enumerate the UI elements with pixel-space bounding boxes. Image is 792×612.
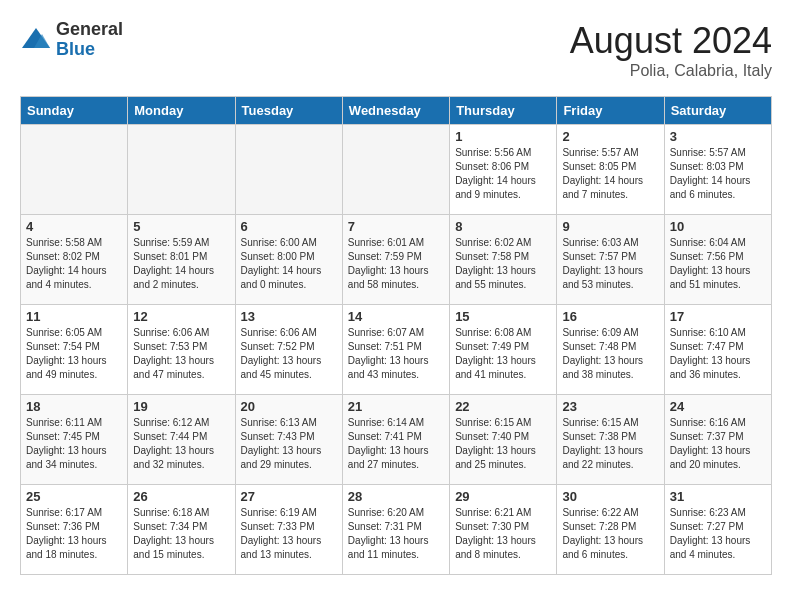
day-number: 21 (348, 399, 444, 414)
calendar-cell: 17Sunrise: 6:10 AM Sunset: 7:47 PM Dayli… (664, 305, 771, 395)
day-info: Sunrise: 6:12 AM Sunset: 7:44 PM Dayligh… (133, 416, 229, 472)
day-number: 14 (348, 309, 444, 324)
day-number: 15 (455, 309, 551, 324)
day-number: 12 (133, 309, 229, 324)
calendar-cell: 15Sunrise: 6:08 AM Sunset: 7:49 PM Dayli… (450, 305, 557, 395)
day-info: Sunrise: 6:20 AM Sunset: 7:31 PM Dayligh… (348, 506, 444, 562)
month-year: August 2024 (570, 20, 772, 62)
calendar-cell: 7Sunrise: 6:01 AM Sunset: 7:59 PM Daylig… (342, 215, 449, 305)
calendar-week-row: 18Sunrise: 6:11 AM Sunset: 7:45 PM Dayli… (21, 395, 772, 485)
calendar-cell: 24Sunrise: 6:16 AM Sunset: 7:37 PM Dayli… (664, 395, 771, 485)
day-info: Sunrise: 6:02 AM Sunset: 7:58 PM Dayligh… (455, 236, 551, 292)
calendar-cell: 23Sunrise: 6:15 AM Sunset: 7:38 PM Dayli… (557, 395, 664, 485)
calendar-week-row: 11Sunrise: 6:05 AM Sunset: 7:54 PM Dayli… (21, 305, 772, 395)
calendar-cell: 31Sunrise: 6:23 AM Sunset: 7:27 PM Dayli… (664, 485, 771, 575)
calendar-cell: 30Sunrise: 6:22 AM Sunset: 7:28 PM Dayli… (557, 485, 664, 575)
day-of-week-header: Monday (128, 97, 235, 125)
page-header: General Blue August 2024 Polia, Calabria… (20, 20, 772, 80)
day-number: 19 (133, 399, 229, 414)
calendar-cell: 5Sunrise: 5:59 AM Sunset: 8:01 PM Daylig… (128, 215, 235, 305)
calendar-cell: 19Sunrise: 6:12 AM Sunset: 7:44 PM Dayli… (128, 395, 235, 485)
calendar-cell: 20Sunrise: 6:13 AM Sunset: 7:43 PM Dayli… (235, 395, 342, 485)
day-info: Sunrise: 6:07 AM Sunset: 7:51 PM Dayligh… (348, 326, 444, 382)
title-block: August 2024 Polia, Calabria, Italy (570, 20, 772, 80)
calendar-week-row: 4Sunrise: 5:58 AM Sunset: 8:02 PM Daylig… (21, 215, 772, 305)
day-info: Sunrise: 6:19 AM Sunset: 7:33 PM Dayligh… (241, 506, 337, 562)
calendar-cell (128, 125, 235, 215)
day-of-week-header: Sunday (21, 97, 128, 125)
calendar-header-row: SundayMondayTuesdayWednesdayThursdayFrid… (21, 97, 772, 125)
day-info: Sunrise: 5:59 AM Sunset: 8:01 PM Dayligh… (133, 236, 229, 292)
calendar-cell: 18Sunrise: 6:11 AM Sunset: 7:45 PM Dayli… (21, 395, 128, 485)
calendar-cell: 27Sunrise: 6:19 AM Sunset: 7:33 PM Dayli… (235, 485, 342, 575)
day-info: Sunrise: 6:04 AM Sunset: 7:56 PM Dayligh… (670, 236, 766, 292)
day-number: 10 (670, 219, 766, 234)
day-number: 8 (455, 219, 551, 234)
day-number: 26 (133, 489, 229, 504)
calendar-cell: 16Sunrise: 6:09 AM Sunset: 7:48 PM Dayli… (557, 305, 664, 395)
day-info: Sunrise: 6:22 AM Sunset: 7:28 PM Dayligh… (562, 506, 658, 562)
calendar-cell (21, 125, 128, 215)
day-of-week-header: Friday (557, 97, 664, 125)
day-number: 1 (455, 129, 551, 144)
day-number: 18 (26, 399, 122, 414)
calendar-week-row: 25Sunrise: 6:17 AM Sunset: 7:36 PM Dayli… (21, 485, 772, 575)
day-number: 27 (241, 489, 337, 504)
calendar-cell: 29Sunrise: 6:21 AM Sunset: 7:30 PM Dayli… (450, 485, 557, 575)
day-info: Sunrise: 6:05 AM Sunset: 7:54 PM Dayligh… (26, 326, 122, 382)
day-number: 31 (670, 489, 766, 504)
day-info: Sunrise: 6:13 AM Sunset: 7:43 PM Dayligh… (241, 416, 337, 472)
day-info: Sunrise: 6:09 AM Sunset: 7:48 PM Dayligh… (562, 326, 658, 382)
calendar-cell: 2Sunrise: 5:57 AM Sunset: 8:05 PM Daylig… (557, 125, 664, 215)
day-info: Sunrise: 6:00 AM Sunset: 8:00 PM Dayligh… (241, 236, 337, 292)
day-number: 29 (455, 489, 551, 504)
day-info: Sunrise: 5:57 AM Sunset: 8:03 PM Dayligh… (670, 146, 766, 202)
day-info: Sunrise: 6:14 AM Sunset: 7:41 PM Dayligh… (348, 416, 444, 472)
day-info: Sunrise: 6:15 AM Sunset: 7:38 PM Dayligh… (562, 416, 658, 472)
day-of-week-header: Thursday (450, 97, 557, 125)
calendar-cell: 21Sunrise: 6:14 AM Sunset: 7:41 PM Dayli… (342, 395, 449, 485)
calendar-cell: 6Sunrise: 6:00 AM Sunset: 8:00 PM Daylig… (235, 215, 342, 305)
day-number: 28 (348, 489, 444, 504)
calendar-cell: 9Sunrise: 6:03 AM Sunset: 7:57 PM Daylig… (557, 215, 664, 305)
day-info: Sunrise: 6:08 AM Sunset: 7:49 PM Dayligh… (455, 326, 551, 382)
day-of-week-header: Wednesday (342, 97, 449, 125)
day-number: 5 (133, 219, 229, 234)
calendar-cell: 8Sunrise: 6:02 AM Sunset: 7:58 PM Daylig… (450, 215, 557, 305)
logo-text: General Blue (56, 20, 123, 60)
day-info: Sunrise: 6:11 AM Sunset: 7:45 PM Dayligh… (26, 416, 122, 472)
day-info: Sunrise: 6:15 AM Sunset: 7:40 PM Dayligh… (455, 416, 551, 472)
day-number: 30 (562, 489, 658, 504)
day-info: Sunrise: 6:03 AM Sunset: 7:57 PM Dayligh… (562, 236, 658, 292)
location: Polia, Calabria, Italy (570, 62, 772, 80)
calendar-cell: 10Sunrise: 6:04 AM Sunset: 7:56 PM Dayli… (664, 215, 771, 305)
day-info: Sunrise: 5:56 AM Sunset: 8:06 PM Dayligh… (455, 146, 551, 202)
calendar-table: SundayMondayTuesdayWednesdayThursdayFrid… (20, 96, 772, 575)
calendar-cell: 26Sunrise: 6:18 AM Sunset: 7:34 PM Dayli… (128, 485, 235, 575)
day-info: Sunrise: 5:58 AM Sunset: 8:02 PM Dayligh… (26, 236, 122, 292)
day-number: 13 (241, 309, 337, 324)
calendar-cell (342, 125, 449, 215)
day-number: 16 (562, 309, 658, 324)
day-number: 6 (241, 219, 337, 234)
calendar-cell: 28Sunrise: 6:20 AM Sunset: 7:31 PM Dayli… (342, 485, 449, 575)
calendar-cell: 4Sunrise: 5:58 AM Sunset: 8:02 PM Daylig… (21, 215, 128, 305)
day-number: 25 (26, 489, 122, 504)
day-number: 17 (670, 309, 766, 324)
calendar-cell: 3Sunrise: 5:57 AM Sunset: 8:03 PM Daylig… (664, 125, 771, 215)
logo-icon (20, 26, 52, 54)
day-info: Sunrise: 6:06 AM Sunset: 7:53 PM Dayligh… (133, 326, 229, 382)
day-number: 22 (455, 399, 551, 414)
day-of-week-header: Saturday (664, 97, 771, 125)
day-info: Sunrise: 6:18 AM Sunset: 7:34 PM Dayligh… (133, 506, 229, 562)
day-number: 20 (241, 399, 337, 414)
calendar-cell: 14Sunrise: 6:07 AM Sunset: 7:51 PM Dayli… (342, 305, 449, 395)
day-info: Sunrise: 6:01 AM Sunset: 7:59 PM Dayligh… (348, 236, 444, 292)
day-info: Sunrise: 6:06 AM Sunset: 7:52 PM Dayligh… (241, 326, 337, 382)
logo: General Blue (20, 20, 123, 60)
calendar-cell: 25Sunrise: 6:17 AM Sunset: 7:36 PM Dayli… (21, 485, 128, 575)
calendar-cell: 1Sunrise: 5:56 AM Sunset: 8:06 PM Daylig… (450, 125, 557, 215)
day-info: Sunrise: 6:16 AM Sunset: 7:37 PM Dayligh… (670, 416, 766, 472)
day-info: Sunrise: 6:21 AM Sunset: 7:30 PM Dayligh… (455, 506, 551, 562)
day-info: Sunrise: 6:23 AM Sunset: 7:27 PM Dayligh… (670, 506, 766, 562)
